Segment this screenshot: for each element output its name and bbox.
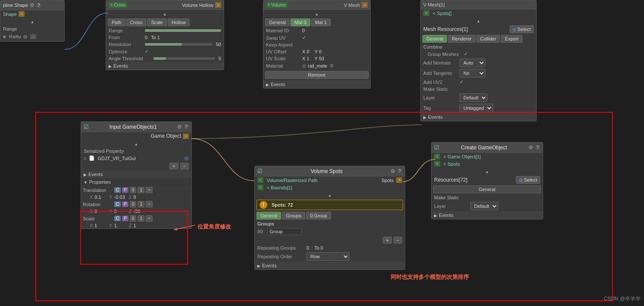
rot-1[interactable]: 1 [138, 201, 144, 207]
events-section-pv[interactable]: Events [106, 62, 224, 70]
cg-checkbox[interactable] [434, 144, 439, 151]
trans-c[interactable]: C [114, 187, 121, 193]
tab-mat0[interactable]: Mat 0 [291, 19, 310, 26]
events-section-ig[interactable]: Events [81, 170, 191, 178]
tab-mat1[interactable]: Mat 1 [311, 19, 331, 26]
bounds-tag[interactable]: < [257, 185, 263, 190]
layer-dropdown-mesh[interactable]: Default [460, 93, 488, 102]
spots-gt[interactable]: > [396, 177, 402, 183]
scale-p[interactable]: P [122, 216, 128, 221]
mesh-collapse[interactable] [421, 17, 536, 25]
resolution-slider[interactable] [145, 43, 213, 46]
add-tangents-dropdown[interactable]: No [460, 69, 485, 77]
game-object-label: Game Object [84, 133, 181, 139]
pv-collapse[interactable] [106, 10, 224, 18]
tab-hollow[interactable]: Hollow [168, 19, 190, 26]
cg-question[interactable]: ? [535, 145, 540, 150]
volume-gt[interactable]: > [215, 2, 221, 8]
scale-1[interactable]: 1 [138, 215, 144, 222]
vs-gear[interactable] [391, 168, 395, 174]
cg-collapse[interactable] [431, 167, 543, 175]
scale-0[interactable]: 0 [130, 215, 137, 222]
res-label: Resolution [109, 42, 143, 47]
gear-icon[interactable] [30, 2, 34, 8]
rot-p[interactable]: P [122, 201, 128, 207]
tab-0group[interactable]: 0:Group [306, 212, 331, 219]
trans-tilde[interactable]: ~ [146, 187, 153, 193]
optimize-check[interactable] [145, 49, 149, 54]
vol-path-tag[interactable]: < [257, 177, 263, 183]
tab-cross[interactable]: Cross [126, 19, 147, 26]
tab-general-mat[interactable]: General [265, 19, 290, 26]
collapse-arrow[interactable] [0, 18, 64, 25]
question-icon[interactable] [36, 3, 41, 8]
ig-gear[interactable] [177, 124, 182, 130]
combine-label: Combine [423, 44, 442, 49]
add-property-button[interactable]: + [169, 163, 178, 170]
railtui-circle[interactable]: ⊙ [23, 34, 27, 39]
group0-input[interactable] [267, 228, 302, 235]
cg-go-tag[interactable]: < [434, 154, 440, 159]
cg-spots-tag[interactable]: < [434, 161, 440, 167]
vs-checkbox[interactable] [257, 168, 263, 174]
tab-renderer[interactable]: Renderer [448, 35, 475, 43]
add-group-button[interactable]: + [383, 237, 391, 244]
cg-gear[interactable] [528, 145, 533, 151]
properties-section[interactable]: Properties [81, 178, 191, 186]
mesh-gt[interactable]: > [362, 2, 368, 8]
scale-c[interactable]: C [114, 216, 121, 221]
angle-slider[interactable] [153, 57, 215, 60]
cg-general-button[interactable]: General [433, 185, 541, 193]
railtui-minus[interactable]: − [30, 34, 36, 39]
rot-0[interactable]: 0 [130, 201, 137, 207]
cg-layer-dropdown[interactable]: Default [470, 202, 498, 210]
ig-collapse[interactable] [81, 140, 191, 148]
tab-collider[interactable]: Collider [476, 35, 500, 43]
remove-button[interactable]: Remove [265, 71, 369, 79]
events-section-vs[interactable]: Events [255, 262, 405, 269]
plus-minus-row: + − [81, 162, 191, 170]
trans-p[interactable]: P [122, 187, 128, 193]
mat-settings[interactable]: ⊙ [330, 63, 334, 68]
tab-path[interactable]: Path [108, 19, 125, 26]
mat-id-label: Material ID [266, 28, 300, 33]
trans-1[interactable]: 1 [138, 187, 144, 193]
game-object-gt[interactable]: > [183, 133, 189, 139]
rep-order-dropdown[interactable]: Row [306, 252, 350, 261]
events-section-mesh[interactable]: Events [421, 113, 536, 121]
ig-question[interactable]: ? [184, 124, 189, 129]
tab-scale[interactable]: Scale [147, 19, 167, 26]
ig-checkbox[interactable] [84, 124, 89, 130]
range-slider[interactable] [145, 29, 221, 32]
remove-property-button[interactable]: − [180, 163, 189, 170]
tab-general-vs[interactable]: General [256, 212, 281, 219]
tag-dropdown[interactable]: Untagged [460, 104, 493, 112]
spots-row: < < Spots[] [421, 9, 536, 17]
rot-tilde[interactable]: ~ [146, 201, 153, 207]
annotation-arrow-1 [172, 221, 197, 234]
add-normals-dropdown[interactable]: Auto [460, 59, 485, 67]
events-section-cg[interactable]: Events [431, 211, 543, 219]
cg-select-button[interactable]: Select [516, 176, 540, 184]
scale-tilde[interactable]: ~ [146, 215, 153, 222]
watermark: CSDN @辛羊华 [603, 295, 641, 303]
volume-tag[interactable]: < Volume [266, 2, 288, 8]
resolution-row: Resolution 50 [106, 41, 224, 48]
shape-arrow[interactable]: > [19, 11, 25, 17]
tab-general-mesh[interactable]: General [422, 35, 447, 43]
tab-export[interactable]: Export [501, 35, 522, 43]
tab-groups[interactable]: Groups [282, 212, 305, 219]
vs-title: Volume Spots [264, 168, 389, 174]
rot-c[interactable]: C [114, 201, 121, 207]
swap-uv-check[interactable] [302, 35, 306, 40]
vs-question[interactable]: ? [397, 169, 402, 173]
cross-tag[interactable]: < Cross [109, 2, 127, 8]
events-section-mat[interactable]: Events [263, 80, 370, 88]
remove-group-button[interactable]: − [394, 237, 402, 244]
mesh-select-button[interactable]: Select [510, 25, 534, 33]
spots-tag[interactable]: < [423, 10, 429, 16]
prop-circle[interactable] [184, 155, 189, 161]
mat-collapse[interactable] [263, 10, 370, 18]
trans-0[interactable]: 0 [130, 187, 137, 193]
vs-collapse[interactable] [255, 191, 405, 199]
